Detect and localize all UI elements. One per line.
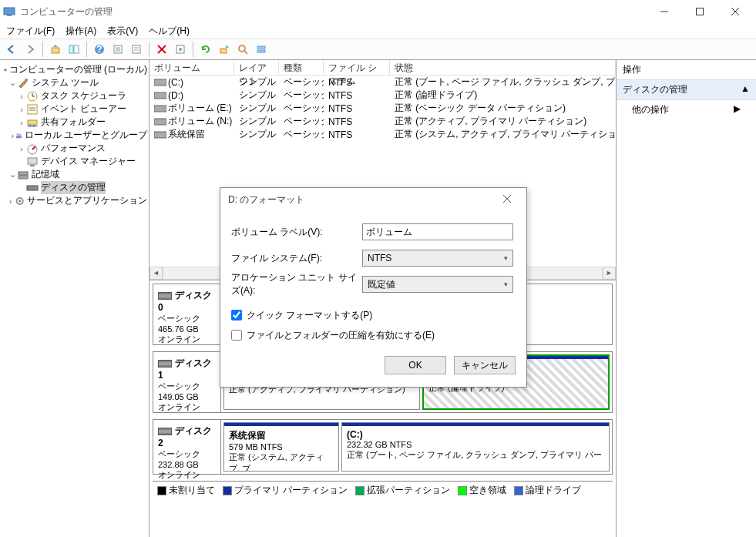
delete-button[interactable] (153, 41, 170, 58)
disk-mgmt-icon (26, 182, 39, 194)
compress-checkbox[interactable] (231, 330, 242, 341)
disk-label[interactable]: ディスク 2 ベーシック 232.88 GB オンライン (153, 420, 221, 474)
svg-point-56 (163, 95, 165, 96)
show-hide-tree-button[interactable] (66, 41, 82, 58)
tree-local-users[interactable]: › ローカル ユーザーとグループ (2, 129, 147, 142)
forward-button[interactable] (22, 41, 39, 58)
svg-point-23 (239, 45, 245, 52)
legend-unallocated: 未割り当て (157, 484, 215, 497)
svg-rect-3 (697, 8, 704, 15)
settings-button[interactable] (172, 41, 189, 58)
volume-row[interactable]: (D:)シンプルベーシックNTFS正常 (論理ドライブ) (150, 89, 616, 102)
volume-row[interactable]: (C:)シンプルベーシックNTFS正常 (ブート, ページ ファイル, クラッシ… (150, 76, 616, 89)
svg-rect-8 (74, 45, 79, 53)
filesystem-select[interactable]: NTFS▾ (362, 250, 513, 267)
svg-point-60 (163, 121, 165, 123)
volume-row[interactable]: 系統保留シンプルベーシックNTFS正常 (システム, アクティブ, プライマリ … (150, 128, 616, 141)
svg-rect-45 (30, 165, 35, 166)
scroll-left-arrow[interactable]: ◄ (150, 267, 163, 280)
tree-event-viewer[interactable]: › イベント ビューアー (2, 102, 147, 116)
cancel-button[interactable]: キャンセル (454, 356, 516, 374)
view-button[interactable] (253, 41, 270, 58)
refresh-button[interactable] (197, 41, 214, 58)
col-fs[interactable]: ファイル システム (324, 60, 390, 75)
volume-row[interactable]: ボリューム (E:)シンプルベーシックNTFS正常 (ベーシック データ パーテ… (150, 102, 616, 115)
app-icon (3, 5, 15, 18)
chevron-right-icon: ▶ (734, 103, 741, 116)
actions-item[interactable]: 他の操作 ▶ (617, 100, 756, 119)
svg-rect-33 (28, 105, 37, 114)
menu-file[interactable]: ファイル(F) (6, 25, 55, 38)
volume-label-input[interactable] (362, 223, 513, 240)
tree-storage[interactable]: ⌄ 記憶域 (2, 168, 147, 181)
back-button[interactable] (3, 41, 20, 58)
disk-block: ディスク 2 ベーシック 232.88 GB オンライン 系统保留 579 MB… (153, 419, 613, 475)
tree-system-tools[interactable]: ⌄ システム ツール (2, 76, 147, 89)
partition[interactable]: (C:) 232.32 GB NTFS 正常 (ブート, ページ ファイル, ク… (341, 422, 610, 472)
col-status[interactable]: 状態 (390, 60, 616, 75)
list-button[interactable] (128, 41, 145, 58)
find-button[interactable] (234, 41, 251, 58)
volume-icon (154, 78, 166, 87)
dialog-titlebar: D: のフォーマット (220, 188, 526, 211)
col-layout[interactable]: レイアウト (234, 60, 279, 75)
minimize-button[interactable] (647, 0, 682, 23)
export-button[interactable] (216, 41, 233, 58)
svg-rect-41 (16, 136, 22, 138)
scroll-right-arrow[interactable]: ► (603, 267, 616, 280)
event-icon (26, 103, 39, 116)
properties-button[interactable] (109, 41, 126, 58)
col-type[interactable]: 種類 (279, 60, 324, 75)
volume-icon (154, 130, 166, 139)
help-button[interactable]: ? (91, 41, 108, 58)
svg-point-40 (18, 133, 21, 136)
svg-point-39 (16, 133, 18, 135)
svg-text:?: ? (96, 44, 102, 55)
svg-rect-27 (4, 69, 6, 70)
format-dialog: D: のフォーマット ボリューム ラベル(V): ファイル システム(F): N… (220, 187, 527, 388)
volume-icon (154, 104, 166, 113)
users-icon (15, 129, 22, 142)
dialog-close-button[interactable] (496, 194, 519, 205)
svg-point-54 (163, 82, 165, 83)
allocation-select[interactable]: 既定値▾ (362, 276, 513, 293)
volume-row[interactable]: ボリューム (N:)シンプルベーシックNTFS正常 (アクティブ, プライマリ … (150, 115, 616, 128)
chevron-down-icon: ▾ (504, 254, 508, 262)
col-volume[interactable]: ボリューム (150, 60, 234, 75)
tree-task-scheduler[interactable]: › タスク スケジューラ (2, 89, 147, 102)
partition[interactable]: 系统保留 579 MB NTFS 正常 (システム, アクティブ, プ (223, 422, 339, 472)
legend-extended: 拡張パーティション (355, 484, 450, 497)
disk-label[interactable]: ディスク 1 ベーシック 149.05 GB オンライン (153, 352, 221, 412)
menu-help[interactable]: ヘルプ(H) (149, 25, 190, 38)
close-button[interactable] (717, 0, 753, 23)
svg-rect-0 (4, 8, 15, 15)
ok-button[interactable]: OK (385, 356, 446, 374)
disk-icon (158, 360, 172, 368)
tree-device-manager[interactable]: デバイス マネージャー (2, 155, 147, 168)
dialog-title: D: のフォーマット (228, 193, 496, 206)
svg-rect-26 (257, 50, 265, 52)
legend-logical: 論理ドライブ (514, 484, 581, 497)
tools-icon (17, 77, 29, 89)
services-icon (15, 195, 25, 207)
svg-point-58 (163, 108, 165, 109)
tree-root[interactable]: コンピューターの管理 (ローカル) (2, 63, 147, 76)
tree-disk-management[interactable]: ディスクの管理 (2, 181, 147, 194)
storage-icon (17, 169, 29, 181)
up-button[interactable] (47, 41, 64, 58)
menu-action[interactable]: 操作(A) (66, 25, 96, 38)
menu-view[interactable]: 表示(V) (107, 25, 138, 38)
title-bar: コンピューターの管理 (0, 0, 756, 23)
shared-folder-icon (26, 116, 39, 129)
actions-category[interactable]: ディスクの管理 ▲ (617, 80, 756, 100)
tree-performance[interactable]: › パフォーマンス (2, 142, 147, 155)
svg-rect-44 (28, 158, 37, 164)
quick-format-checkbox[interactable] (231, 310, 242, 321)
tree-shared-folders[interactable]: › 共有フォルダー (2, 116, 147, 129)
svg-point-52 (18, 200, 21, 202)
maximize-button[interactable] (682, 0, 717, 23)
disk-label[interactable]: ディスク 0 ベーシック 465.76 GB オンライン (153, 284, 221, 344)
tree-services-apps[interactable]: › サービスとアプリケーション (2, 194, 147, 207)
performance-icon (26, 143, 39, 155)
clock-icon (26, 90, 39, 102)
